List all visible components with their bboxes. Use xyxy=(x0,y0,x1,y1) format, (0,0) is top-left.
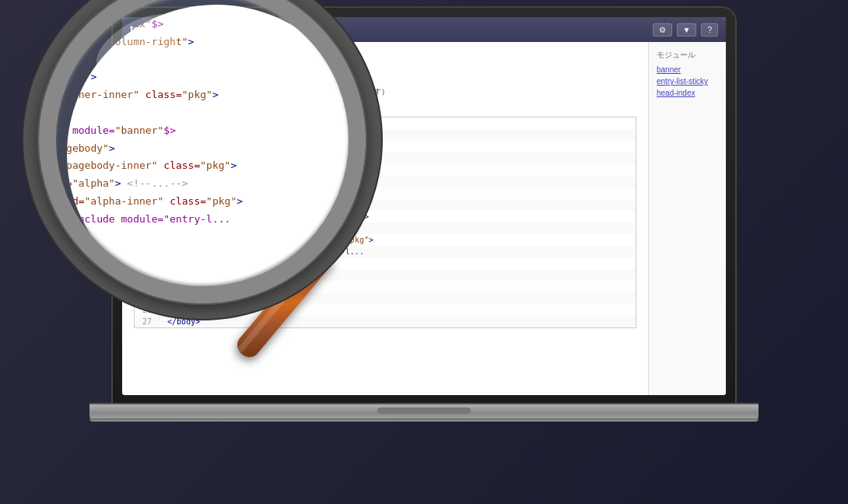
brand-badge: ビジネスブログ xyxy=(170,25,219,35)
scene: tekumo ビジネスブログ 記事作成 ▼ ↗ ⚙ ▼ ? xyxy=(0,0,848,504)
code-line-10: 10 <div id="alpha"> xyxy=(135,222,636,234)
color-editor-row: 色つきエディタを利用します（保存ボタンを押すと有効になります） xyxy=(134,86,636,97)
code-line-4: 4 <div id="container"> xyxy=(135,152,636,164)
output-file-label: 出力ファイル xyxy=(258,51,336,62)
code-line-6: 6 xyxy=(135,176,636,187)
template-name-input[interactable] xyxy=(134,65,243,80)
user-button[interactable]: ▼ xyxy=(677,23,697,37)
code-line-8: 8 <div id="pagebody"> xyxy=(135,199,636,211)
code-line-12: 12 <$MTInclude module="entry-l... xyxy=(135,246,636,257)
external-link-button[interactable]: ↗ xyxy=(307,23,325,37)
sidebar-link-entry-list-sticky[interactable]: entry-list-sticky xyxy=(657,77,718,86)
code-line-11: 11 <div id="alpha-inner" class="pkg"> xyxy=(135,234,636,246)
code-line-3: 3 xyxy=(135,141,636,152)
code-line-5: 5 <div id="container-inner" class="pkg"> xyxy=(135,164,636,176)
code-line-9: 9 <div id="pagebody-inner" class="pkg"> xyxy=(135,211,636,222)
laptop-screen-outer: tekumo ビジネスブログ 記事作成 ▼ ↗ ⚙ ▼ ? xyxy=(113,8,735,404)
dropdown-button[interactable]: ▼ xyxy=(282,23,302,37)
code-line-27: 27 </body> xyxy=(135,316,636,327)
laptop-screen-inner: tekumo ビジネスブログ 記事作成 ▼ ↗ ⚙ ▼ ? xyxy=(122,17,726,395)
template-name-label: テンプレート名 xyxy=(134,51,243,62)
sidebar-link-head-index[interactable]: head-index xyxy=(657,89,718,97)
template-form-row: テンプレート名 出力ファイル xyxy=(134,51,636,80)
screen-content: tekumo ビジネスブログ 記事作成 ▼ ↗ ⚙ ▼ ? xyxy=(122,17,726,395)
code-line-25: 25 xyxy=(135,292,636,304)
output-file-group: 出力ファイル xyxy=(258,51,336,80)
code-line-22: 22 </div> xyxy=(135,257,636,269)
topnav: tekumo ビジネスブログ 記事作成 ▼ ↗ ⚙ ▼ ? xyxy=(122,17,726,42)
sidebar-panel: モジュール banner entry-list-sticky head-inde… xyxy=(648,42,726,395)
code-line-2: 2 <body class="layout-two-column-right"> xyxy=(135,129,636,141)
code-line-23: 23 </div> xyxy=(135,269,636,281)
help-button[interactable]: ? xyxy=(701,23,718,37)
settings-button[interactable]: ⚙ xyxy=(653,23,672,37)
brand-name: tekumo xyxy=(130,23,166,36)
code-editor[interactable]: 1 <$MTInclude module="head-index"$> 2 <b… xyxy=(134,117,636,328)
code-line-26: 26 <$MTStatsScript$> xyxy=(135,304,636,316)
sidebar-link-banner[interactable]: banner xyxy=(657,65,718,74)
create-article-button[interactable]: 記事作成 xyxy=(230,22,277,37)
code-line-7: 7 <$MTInclude module="banner"$> xyxy=(135,187,636,199)
brand: tekumo ビジネスブログ xyxy=(130,23,219,36)
code-line-1: 1 <$MTInclude module="head-index"$> xyxy=(135,117,636,129)
content-section-title: テンプレートの内容 xyxy=(134,102,636,114)
laptop: tekumo ビジネスブログ 記事作成 ▼ ↗ ⚙ ▼ ? xyxy=(74,0,774,467)
sidebar-title: モジュール xyxy=(657,50,718,61)
code-line-24: 24 </div> xyxy=(135,281,636,292)
template-name-group: テンプレート名 xyxy=(134,51,243,80)
color-editor-checkbox[interactable] xyxy=(134,87,144,97)
output-file-input[interactable] xyxy=(258,65,336,80)
main-panel: テンプレート名 出力ファイル 色つきエディタを利用します（ xyxy=(122,42,648,395)
laptop-base xyxy=(89,404,759,422)
color-editor-label: 色つきエディタを利用します（保存ボタンを押すと有効になります） xyxy=(148,86,389,97)
content-area: テンプレート名 出力ファイル 色つきエディタを利用します（ xyxy=(122,42,726,395)
